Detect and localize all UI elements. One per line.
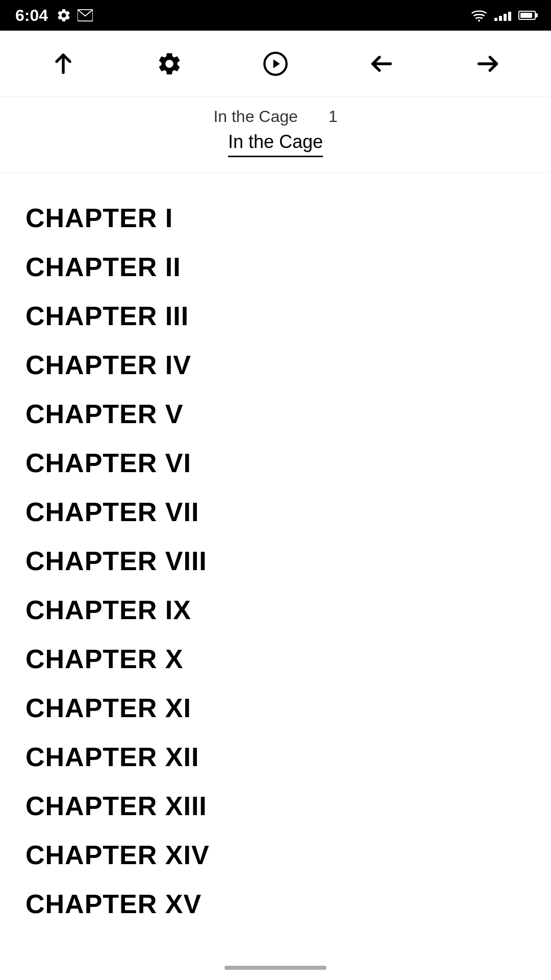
status-icons — [56, 8, 93, 23]
book-header-row: In the Cage 1 — [20, 107, 531, 126]
chapter-list-item[interactable]: CHAPTER VIII — [26, 536, 525, 585]
chapter-list-item[interactable]: CHAPTER XI — [26, 683, 525, 732]
book-title-large: In the Cage — [228, 131, 323, 157]
status-time: 6:04 — [15, 6, 48, 25]
gear-icon — [156, 51, 183, 77]
scroll-indicator — [224, 966, 327, 970]
status-bar: 6:04 — [0, 0, 551, 31]
wifi-icon — [471, 9, 487, 22]
up-button[interactable] — [43, 43, 84, 84]
back-arrow-icon — [368, 51, 395, 77]
play-icon — [262, 51, 289, 77]
book-title-small: In the Cage — [213, 107, 297, 126]
play-button[interactable] — [255, 43, 296, 84]
chapter-list-item[interactable]: CHAPTER VII — [26, 487, 525, 536]
settings-status-icon — [56, 8, 71, 23]
up-arrow-icon — [50, 51, 77, 77]
page-number: 1 — [329, 107, 338, 126]
chapter-list-item[interactable]: CHAPTER XIV — [26, 830, 525, 879]
forward-button[interactable] — [467, 43, 508, 84]
chapter-list-item[interactable]: CHAPTER II — [26, 242, 525, 291]
forward-arrow-icon — [474, 51, 501, 77]
chapter-list-item[interactable]: CHAPTER X — [26, 634, 525, 683]
svg-marker-4 — [273, 59, 280, 68]
chapter-list-item[interactable]: CHAPTER XIII — [26, 781, 525, 830]
battery-icon — [518, 11, 536, 20]
chapter-list-item[interactable]: CHAPTER I — [26, 193, 525, 242]
status-bar-left: 6:04 — [15, 6, 93, 25]
chapter-list-item[interactable]: CHAPTER IV — [26, 340, 525, 389]
chapter-list-item[interactable]: CHAPTER VI — [26, 438, 525, 487]
settings-button[interactable] — [149, 43, 190, 84]
chapter-list-item[interactable]: CHAPTER V — [26, 389, 525, 438]
book-title-large-wrapper: In the Cage — [20, 126, 531, 157]
svg-point-1 — [478, 19, 480, 21]
toolbar — [0, 31, 551, 97]
chapter-list-item[interactable]: CHAPTER XII — [26, 732, 525, 781]
book-header: In the Cage 1 In the Cage — [0, 97, 551, 173]
chapter-list-item[interactable]: CHAPTER III — [26, 291, 525, 340]
chapter-list-item[interactable]: CHAPTER XV — [26, 879, 525, 928]
chapter-list: CHAPTER ICHAPTER IICHAPTER IIICHAPTER IV… — [0, 173, 551, 949]
signal-icon — [494, 10, 511, 21]
status-bar-right — [471, 9, 536, 22]
back-button[interactable] — [361, 43, 402, 84]
chapter-list-item[interactable]: CHAPTER IX — [26, 585, 525, 634]
gmail-status-icon — [78, 9, 93, 21]
